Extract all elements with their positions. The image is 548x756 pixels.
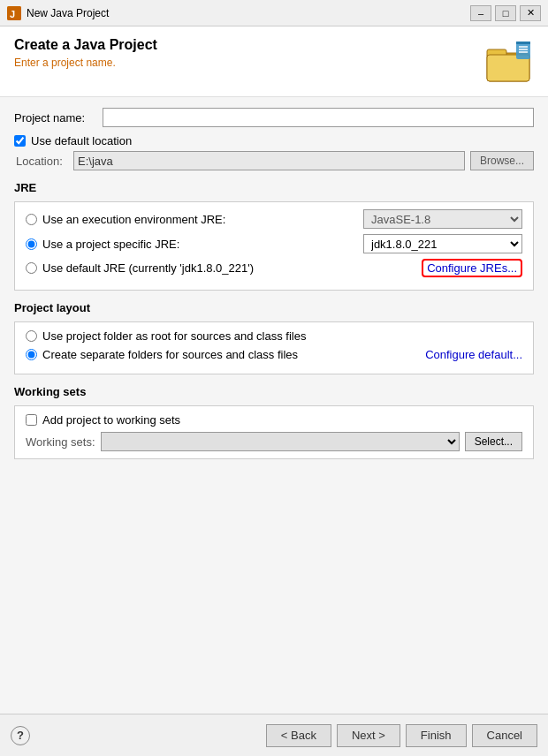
jre-section-header: JRE [14,181,534,194]
header-icon [485,37,534,86]
configure-default-link[interactable]: Configure default... [425,348,522,361]
jre-option3-row: Use default JRE (currently 'jdk1.8.0_221… [26,259,522,277]
jre-option2-label: Use a project specific JRE: [42,238,363,251]
svg-marker-6 [516,42,530,44]
footer: ? < Back Next > Finish Cancel [0,714,548,756]
form-area: Project name: Use default location Locat… [0,97,548,714]
project-name-row: Project name: [14,108,534,127]
layout-option2-label: Create separate folders for sources and … [42,348,425,361]
jre-option1-label: Use an execution environment JRE: [42,213,363,226]
title-bar: J New Java Project – □ ✕ [0,0,548,26]
working-sets-selector-row: Working sets: Select... [26,432,522,451]
minimize-button[interactable]: – [470,5,491,21]
project-name-input[interactable] [103,108,534,127]
jre-option1-select[interactable]: JavaSE-1.8 [363,209,522,229]
use-default-location-row: Use default location [14,134,534,147]
layout-option2-row: Create separate folders for sources and … [26,348,522,361]
working-sets-select[interactable] [101,432,460,451]
project-layout-section: Use project folder as root for sources a… [14,321,534,374]
back-button[interactable]: < Back [266,724,331,747]
layout-option1-radio[interactable] [26,330,37,342]
configure-jres-link[interactable]: Configure JREs... [422,259,522,277]
project-layout-header: Project layout [14,301,534,314]
location-input[interactable] [73,151,465,170]
window-controls: – □ ✕ [470,5,541,21]
working-sets-section: Add project to working sets Working sets… [14,405,534,459]
use-default-location-label: Use default location [31,134,132,147]
footer-buttons: < Back Next > Finish Cancel [266,724,537,747]
jre-option3-label: Use default JRE (currently 'jdk1.8.0_221… [42,261,422,275]
window-title: New Java Project [27,7,470,19]
maximize-button[interactable]: □ [495,5,516,21]
next-button[interactable]: Next > [337,724,400,747]
main-content: Create a Java Project Enter a project na… [0,26,548,756]
jre-option2-row: Use a project specific JRE: jdk1.8.0_221 [26,234,522,253]
finish-button[interactable]: Finish [406,724,467,747]
layout-option1-row: Use project folder as root for sources a… [26,329,522,343]
layout-option1-label: Use project folder as root for sources a… [42,329,522,343]
close-button[interactable]: ✕ [520,5,541,21]
jre-option1-radio[interactable] [26,214,37,225]
browse-button[interactable]: Browse... [470,151,534,170]
project-name-label: Project name: [14,111,103,125]
help-button[interactable]: ? [11,726,30,745]
layout-option2-radio[interactable] [26,349,37,360]
location-row: Location: Browse... [16,151,534,170]
working-sets-header: Working sets [14,385,534,398]
jre-option3-radio[interactable] [26,262,37,274]
app-icon: J [7,6,21,20]
location-label: Location: [16,155,73,168]
add-to-working-sets-row: Add project to working sets [26,413,522,427]
jre-option2-select[interactable]: jdk1.8.0_221 [363,234,522,253]
working-sets-label: Working sets: [26,435,101,449]
header-area: Create a Java Project Enter a project na… [0,26,548,97]
svg-text:J: J [10,9,15,19]
cancel-button[interactable]: Cancel [472,724,537,747]
add-to-working-sets-checkbox[interactable] [26,414,37,426]
jre-option2-radio[interactable] [26,238,37,250]
page-subtitle: Enter a project name. [14,57,476,69]
jre-option1-row: Use an execution environment JRE: JavaSE… [26,209,522,229]
add-to-working-sets-label: Add project to working sets [42,413,180,427]
header-text: Create a Java Project Enter a project na… [14,37,476,69]
page-title: Create a Java Project [14,37,476,53]
use-default-location-checkbox[interactable] [14,135,26,147]
jre-section: Use an execution environment JRE: JavaSE… [14,201,534,291]
select-button[interactable]: Select... [465,432,522,451]
